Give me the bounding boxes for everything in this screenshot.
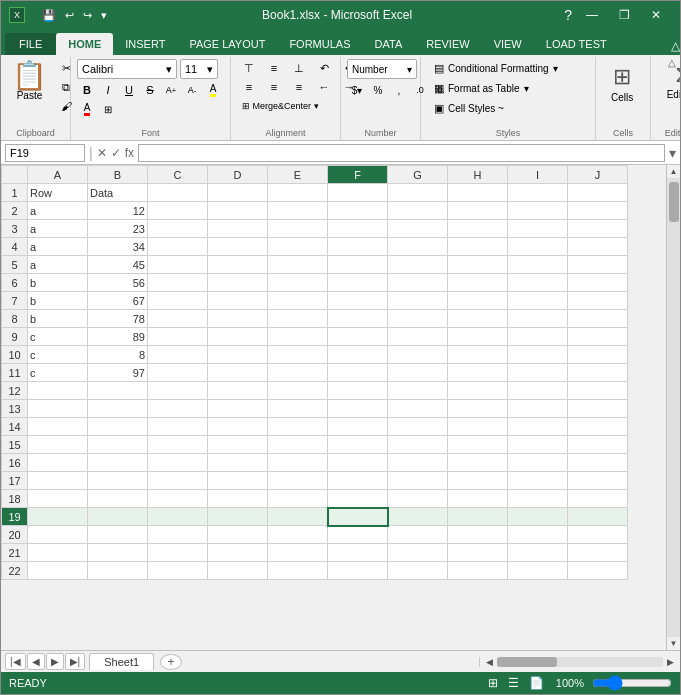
redo-button[interactable]: ↪ — [80, 8, 95, 23]
cell-D14[interactable] — [208, 418, 268, 436]
cell-G16[interactable] — [388, 454, 448, 472]
row-header-7[interactable]: 7 — [2, 292, 28, 310]
cell-J3[interactable] — [568, 220, 628, 238]
cell-F21[interactable] — [328, 544, 388, 562]
cell-C1[interactable] — [148, 184, 208, 202]
cell-C12[interactable] — [148, 382, 208, 400]
cell-F11[interactable] — [328, 364, 388, 382]
cell-D3[interactable] — [208, 220, 268, 238]
col-header-H[interactable]: H — [448, 166, 508, 184]
minimize-button[interactable]: — — [576, 1, 608, 29]
page-break-view-button[interactable]: 📄 — [525, 675, 548, 691]
cell-B19[interactable] — [88, 508, 148, 526]
cell-C14[interactable] — [148, 418, 208, 436]
cell-E7[interactable] — [268, 292, 328, 310]
cell-E22[interactable] — [268, 562, 328, 580]
cell-C7[interactable] — [148, 292, 208, 310]
cell-I21[interactable] — [508, 544, 568, 562]
cell-J21[interactable] — [568, 544, 628, 562]
decrease-font-button[interactable]: A- — [182, 81, 202, 99]
cell-F16[interactable] — [328, 454, 388, 472]
cell-G8[interactable] — [388, 310, 448, 328]
formula-input[interactable] — [138, 144, 665, 162]
scroll-track[interactable] — [667, 178, 680, 637]
cell-G11[interactable] — [388, 364, 448, 382]
cell-C4[interactable] — [148, 238, 208, 256]
cell-C15[interactable] — [148, 436, 208, 454]
sheet-nav-next[interactable]: ▶ — [46, 653, 64, 670]
zoom-slider[interactable] — [592, 675, 672, 691]
cell-H17[interactable] — [448, 472, 508, 490]
undo-button[interactable]: ↩ — [62, 8, 77, 23]
cell-F12[interactable] — [328, 382, 388, 400]
cell-B11[interactable]: 97 — [88, 364, 148, 382]
cell-F22[interactable] — [328, 562, 388, 580]
align-right-button[interactable]: ≡ — [287, 78, 311, 96]
cell-A9[interactable]: c — [28, 328, 88, 346]
row-header-21[interactable]: 21 — [2, 544, 28, 562]
cell-I11[interactable] — [508, 364, 568, 382]
cell-G5[interactable] — [388, 256, 448, 274]
cell-F4[interactable] — [328, 238, 388, 256]
cell-I3[interactable] — [508, 220, 568, 238]
cell-B4[interactable]: 34 — [88, 238, 148, 256]
sheet-nav-first[interactable]: |◀ — [5, 653, 26, 670]
cell-D17[interactable] — [208, 472, 268, 490]
underline-button[interactable]: U — [119, 81, 139, 99]
cell-J12[interactable] — [568, 382, 628, 400]
orientation-button[interactable]: ↶ — [312, 59, 336, 77]
cell-A5[interactable]: a — [28, 256, 88, 274]
row-header-3[interactable]: 3 — [2, 220, 28, 238]
cell-C16[interactable] — [148, 454, 208, 472]
cell-B21[interactable] — [88, 544, 148, 562]
cell-G15[interactable] — [388, 436, 448, 454]
cell-B8[interactable]: 78 — [88, 310, 148, 328]
cell-J11[interactable] — [568, 364, 628, 382]
cell-D22[interactable] — [208, 562, 268, 580]
cell-H22[interactable] — [448, 562, 508, 580]
indent-decrease-button[interactable]: ← — [312, 78, 336, 96]
cell-G14[interactable] — [388, 418, 448, 436]
percent-button[interactable]: % — [368, 81, 388, 99]
cell-F8[interactable] — [328, 310, 388, 328]
cell-styles-button[interactable]: ▣ Cell Styles ~ — [427, 99, 565, 118]
cell-A18[interactable] — [28, 490, 88, 508]
col-header-E[interactable]: E — [268, 166, 328, 184]
cell-D18[interactable] — [208, 490, 268, 508]
cell-C5[interactable] — [148, 256, 208, 274]
cell-G2[interactable] — [388, 202, 448, 220]
strikethrough-button[interactable]: S — [140, 81, 160, 99]
cell-D1[interactable] — [208, 184, 268, 202]
cell-A10[interactable]: c — [28, 346, 88, 364]
cell-D4[interactable] — [208, 238, 268, 256]
cell-C17[interactable] — [148, 472, 208, 490]
h-scroll-track[interactable] — [497, 657, 663, 667]
cell-E16[interactable] — [268, 454, 328, 472]
row-header-15[interactable]: 15 — [2, 436, 28, 454]
row-header-6[interactable]: 6 — [2, 274, 28, 292]
cell-H2[interactable] — [448, 202, 508, 220]
cell-E17[interactable] — [268, 472, 328, 490]
tab-view[interactable]: VIEW — [482, 33, 534, 55]
quick-access-more-button[interactable]: ▾ — [98, 8, 110, 23]
cell-F13[interactable] — [328, 400, 388, 418]
border-button[interactable]: ⊞ — [98, 100, 118, 118]
cell-E8[interactable] — [268, 310, 328, 328]
cell-J9[interactable] — [568, 328, 628, 346]
row-header-14[interactable]: 14 — [2, 418, 28, 436]
cell-C8[interactable] — [148, 310, 208, 328]
cell-H5[interactable] — [448, 256, 508, 274]
cell-B7[interactable]: 67 — [88, 292, 148, 310]
cell-B14[interactable] — [88, 418, 148, 436]
vertical-scrollbar[interactable]: ▲ ▼ — [666, 165, 680, 650]
cell-B5[interactable]: 45 — [88, 256, 148, 274]
cell-A20[interactable] — [28, 526, 88, 544]
row-header-10[interactable]: 10 — [2, 346, 28, 364]
tab-home[interactable]: HOME — [56, 33, 113, 55]
cell-F10[interactable] — [328, 346, 388, 364]
page-layout-view-button[interactable]: ☰ — [504, 675, 523, 691]
cell-D11[interactable] — [208, 364, 268, 382]
row-header-16[interactable]: 16 — [2, 454, 28, 472]
row-header-13[interactable]: 13 — [2, 400, 28, 418]
cell-D6[interactable] — [208, 274, 268, 292]
